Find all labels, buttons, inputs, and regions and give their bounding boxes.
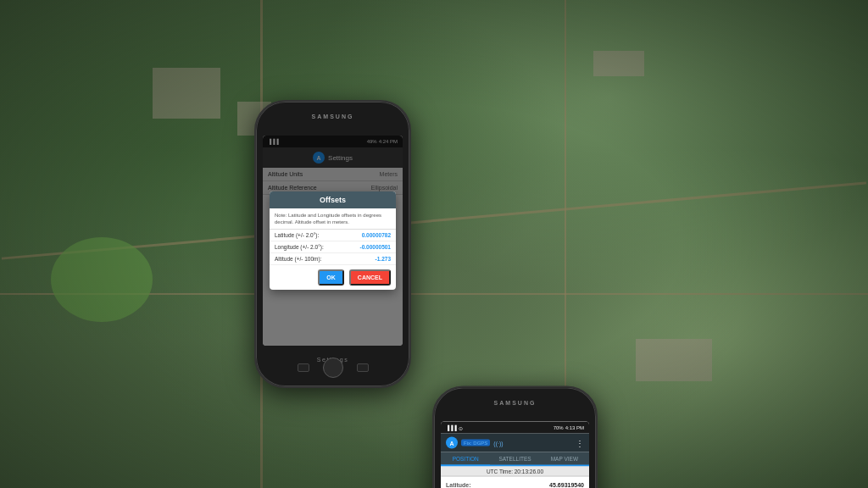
phone-2-status-bar: ▐▐▐ ⊙ 70% 4:13 PM [441, 422, 589, 434]
phone-1-nav-buttons [298, 358, 369, 378]
utc-time: UTC Time: 20:13:26.00 [441, 467, 589, 477]
phone-2-battery: 70% [554, 425, 564, 430]
more-icon[interactable]: ⋮ [576, 438, 584, 447]
phone-2: SAMSUNG ▐▐▐ ⊙ 70% 4:13 PM A Fix: DGPS ((… [432, 386, 598, 489]
alt-value: -1.273 [376, 256, 391, 262]
ok-button[interactable]: OK [318, 269, 344, 286]
latitude-row: Latitude: 45.69319540 [446, 480, 584, 489]
phone-1-brand: SAMSUNG [312, 114, 354, 119]
tab-map-view[interactable]: MAP VIEW [540, 452, 589, 465]
latitude-label: Latitude: [446, 482, 471, 488]
lon-field[interactable]: Longitude (+/- 2.0°): -0.00000501 [270, 241, 396, 253]
phone-1-screen: ▐▐▐ 49% 4:24 PM A Settings Altitude Unit… [263, 136, 403, 346]
phone-2-signal: ▐▐▐ [446, 425, 457, 430]
dialog-title: Offsets [270, 191, 396, 208]
gps-header: A Fix: DGPS ((·)) ⋮ [441, 434, 589, 452]
alt-field[interactable]: Altitude (+/- 100m): -1.273 [270, 253, 396, 265]
phone-2-brand: SAMSUNG [494, 400, 537, 406]
alt-label: Altitude (+/- 100m): [275, 256, 376, 262]
offsets-dialog: Offsets Note: Latitude and Longitude off… [270, 191, 396, 291]
gps-header-left: A Fix: DGPS ((·)) [446, 437, 504, 449]
gps-logo: A [446, 437, 458, 449]
dialog-note: Note: Latitude and Longitude offsets in … [270, 208, 396, 230]
phone-1: SAMSUNG ▐▐▐ 49% 4:24 PM A Settings Altit… [254, 100, 411, 388]
home-button[interactable] [323, 358, 343, 378]
lat-field[interactable]: Latitude (+/- 2.0°): 0.00000782 [270, 230, 396, 241]
back-button[interactable] [298, 363, 309, 372]
phone-2-signal-icons: ▐▐▐ ⊙ [446, 424, 463, 430]
cancel-button[interactable]: CANCEL [349, 269, 391, 286]
phone-2-right-status: 70% 4:13 PM [554, 425, 584, 430]
gps-tabs: POSITION SATELLITES MAP VIEW [441, 452, 589, 467]
dialog-overlay: Offsets Note: Latitude and Longitude off… [263, 136, 403, 346]
signal-indicator: ((·)) [493, 440, 503, 446]
menu-button[interactable] [357, 363, 369, 372]
lat-value: 0.00000782 [362, 232, 391, 238]
gps-content: UTC Time: 20:13:26.00 Latitude: 45.69319… [441, 467, 589, 489]
phone-2-screen: ▐▐▐ ⊙ 70% 4:13 PM A Fix: DGPS ((·)) ⋮ PO… [441, 422, 589, 489]
phone-2-time: 4:13 PM [565, 425, 584, 430]
lon-label: Longitude (+/- 2.0°): [275, 244, 359, 250]
dialog-buttons: OK CANCEL [270, 265, 396, 290]
fix-badge: Fix: DGPS [461, 440, 490, 446]
latitude-value: 45.69319540 [549, 482, 584, 488]
tab-position[interactable]: POSITION [441, 452, 490, 467]
lat-label: Latitude (+/- 2.0°): [275, 232, 362, 238]
tab-satellites[interactable]: SATELLITES [490, 452, 539, 465]
gps-coordinates: Latitude: 45.69319540 Longitude: -73.634… [441, 477, 589, 489]
lon-value: -0.00000501 [359, 244, 391, 250]
phone-2-gps-icon: ⊙ [459, 424, 463, 430]
